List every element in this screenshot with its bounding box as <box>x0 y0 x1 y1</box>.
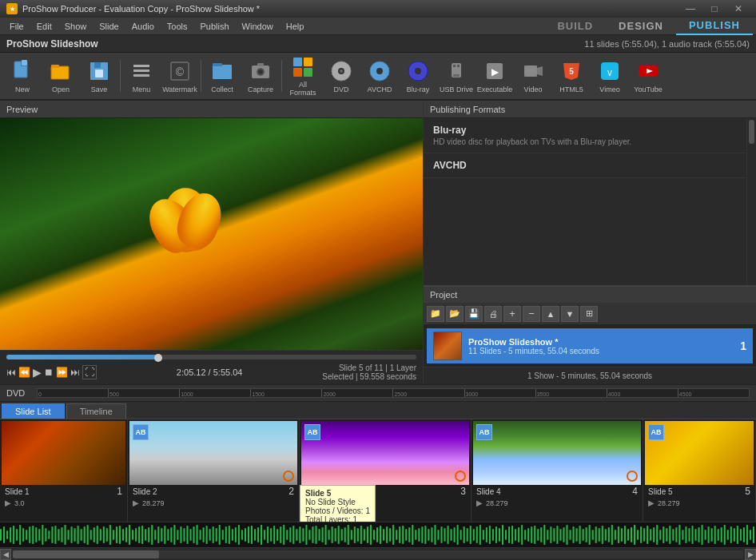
menu-show[interactable]: Show <box>58 18 94 35</box>
menu-edit[interactable]: Edit <box>30 18 58 35</box>
progress-thumb[interactable] <box>154 354 162 362</box>
dvd-button[interactable]: DVD <box>322 54 360 98</box>
all-formats-button[interactable]: All Formats <box>284 54 322 98</box>
svg-rect-75 <box>97 526 98 544</box>
collect-button[interactable]: Collect <box>203 54 241 98</box>
format-avchd[interactable]: AVCHD <box>424 153 746 178</box>
executable-button[interactable]: ▶ Executable <box>475 54 514 98</box>
next-slide-button[interactable]: ⏩ <box>56 367 68 378</box>
svg-rect-56 <box>35 527 37 542</box>
slide-item-1[interactable]: Slide 1 1 ▶ 3.0 <box>0 419 128 522</box>
avchd-button[interactable]: AVCHD <box>360 54 399 98</box>
minimize-button[interactable]: — <box>679 2 702 16</box>
slide-strip-area: Slide 1 1 ▶ 3.0 AB Slide 2 2 <box>0 419 756 547</box>
svg-rect-213 <box>540 527 542 542</box>
svg-rect-179 <box>431 527 432 542</box>
menu-slide[interactable]: Slide <box>93 18 125 35</box>
play-button[interactable]: ▶ <box>33 366 42 379</box>
tab-timeline[interactable]: Timeline <box>66 403 126 419</box>
close-button[interactable]: ✕ <box>727 2 750 16</box>
save-button[interactable]: Save <box>80 54 118 98</box>
proj-down-btn[interactable]: ▼ <box>561 306 579 322</box>
slide-thumb-1 <box>2 421 125 485</box>
project-toolbar: 📁 📂 💾 🖨 + − ▲ ▼ ⊞ <box>424 303 756 325</box>
html5-button[interactable]: 5 HTML5 <box>552 54 591 98</box>
skip-to-start-button[interactable]: ⏮ <box>6 367 16 378</box>
menu-window[interactable]: Window <box>236 18 280 35</box>
proj-folder-btn[interactable]: 📁 <box>427 306 444 322</box>
svg-rect-18 <box>257 63 264 66</box>
proj-save-btn[interactable]: 💾 <box>465 306 483 322</box>
svg-rect-252 <box>666 528 667 542</box>
svg-rect-61 <box>51 526 53 543</box>
blu-ray-button[interactable]: Blu-ray <box>399 54 437 98</box>
svg-rect-55 <box>32 526 34 544</box>
menu-audio[interactable]: Audio <box>125 18 161 35</box>
svg-rect-22 <box>304 68 312 77</box>
svg-rect-143 <box>316 526 317 544</box>
svg-rect-160 <box>370 525 372 545</box>
watermark-button[interactable]: © Watermark <box>161 54 199 98</box>
scroll-left-button[interactable]: ◀ <box>0 549 11 560</box>
svg-rect-46 <box>3 526 5 543</box>
proj-remove-btn[interactable]: − <box>523 306 540 322</box>
project-row[interactable]: ProShow Slideshow * 11 Slides - 5 minute… <box>427 328 753 363</box>
menu-tools[interactable]: Tools <box>161 18 194 35</box>
play-btn-5[interactable]: ▶ <box>648 498 655 507</box>
menu-tool-button[interactable]: Menu <box>122 54 161 98</box>
usb-drive-button[interactable]: USB Drive <box>437 54 475 98</box>
svg-rect-50 <box>16 529 18 540</box>
svg-rect-158 <box>364 529 365 540</box>
stop-button[interactable]: ⏹ <box>44 367 54 378</box>
format-scroll-thumb[interactable] <box>749 120 754 144</box>
slide-item-2[interactable]: AB Slide 2 2 ▶ 28.279 <box>128 419 300 522</box>
proj-up-btn[interactable]: ▲ <box>542 306 559 322</box>
proj-print-btn[interactable]: 🖨 <box>484 306 502 322</box>
youtube-button[interactable]: YouTube <box>629 54 667 98</box>
capture-button[interactable]: Capture <box>241 54 280 98</box>
svg-marker-37 <box>537 66 543 76</box>
play-btn-4[interactable]: ▶ <box>476 498 483 507</box>
open-button[interactable]: Open <box>42 54 80 98</box>
video-button[interactable]: Video <box>514 54 552 98</box>
format-bluray[interactable]: Blu-ray HD video disc for playback on TV… <box>424 118 746 153</box>
tab-build[interactable]: BUILD <box>544 18 606 35</box>
proj-open-btn[interactable]: 📂 <box>446 306 464 322</box>
fullscreen-button[interactable]: ⛶ <box>82 365 97 379</box>
dvd-timeline[interactable]: 0 500 1000 1500 2000 2500 3000 3500 4000… <box>37 388 750 398</box>
slide-dur-5: 28.279 <box>658 499 680 507</box>
svg-point-29 <box>415 68 421 74</box>
project-details: ProShow Slideshow * 11 Slides - 5 minute… <box>468 337 734 355</box>
skip-to-end-button[interactable]: ⏭ <box>70 367 80 378</box>
slide-item-5[interactable]: AB Slide 5 5 ▶ 28.279 <box>643 419 756 522</box>
slide-item-3[interactable]: AB Slide 3 3 ▶ 28.279 Slide 5 No Slide S… <box>300 419 472 522</box>
menu-help[interactable]: Help <box>280 18 311 35</box>
tab-slide-list[interactable]: Slide List <box>2 403 65 419</box>
slide-transport-4: ▶ 28.279 <box>473 498 641 508</box>
vimeo-button[interactable]: v Vimeo <box>591 54 629 98</box>
tab-design[interactable]: DESIGN <box>606 18 676 35</box>
svg-rect-263 <box>702 525 703 545</box>
svg-rect-153 <box>348 525 349 545</box>
play-btn-2[interactable]: ▶ <box>133 498 139 507</box>
svg-rect-197 <box>489 526 491 544</box>
menu-file[interactable]: File <box>3 18 30 35</box>
prev-slide-button[interactable]: ⏪ <box>18 367 30 378</box>
h-scrollbar-track[interactable] <box>13 550 743 558</box>
menu-publish[interactable]: Publish <box>194 18 236 35</box>
avchd-icon <box>367 58 392 84</box>
slide-item-4[interactable]: AB Slide 4 4 ▶ 28.279 <box>472 419 643 522</box>
tab-publish[interactable]: PUBLISH <box>676 18 753 35</box>
svg-rect-67 <box>71 526 73 543</box>
maximize-button[interactable]: □ <box>703 2 726 16</box>
h-scrollbar-thumb[interactable] <box>13 550 159 558</box>
proj-grid-btn[interactable]: ⊞ <box>580 306 598 322</box>
scroll-right-button[interactable]: ▶ <box>745 549 756 560</box>
svg-rect-151 <box>341 529 343 540</box>
svg-rect-157 <box>360 526 362 544</box>
svg-rect-163 <box>380 526 381 544</box>
new-button[interactable]: New <box>3 54 42 98</box>
proj-add-btn[interactable]: + <box>503 306 521 322</box>
svg-rect-90 <box>145 529 146 540</box>
play-btn-1[interactable]: ▶ <box>5 498 11 507</box>
